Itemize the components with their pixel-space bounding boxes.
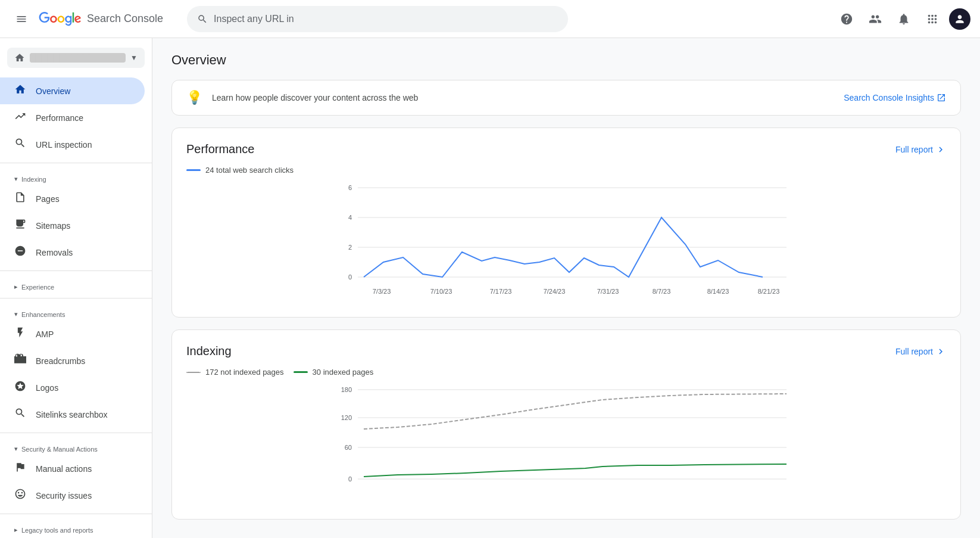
not-indexed-legend-label: 172 not indexed pages xyxy=(205,368,284,377)
sidebar-item-amp[interactable]: AMP xyxy=(0,321,145,347)
sidebar-item-removals-label: Removals xyxy=(36,248,73,257)
menu-button[interactable] xyxy=(10,7,33,31)
sidebar-item-url-inspection[interactable]: URL inspection xyxy=(0,131,145,158)
home-icon xyxy=(14,83,26,98)
divider-2 xyxy=(0,270,152,271)
property-name: ██████████ xyxy=(30,53,126,63)
indexing-title: Indexing xyxy=(186,344,232,358)
divider-3 xyxy=(0,298,152,298)
indexing-legend-not-indexed: 172 not indexed pages xyxy=(186,368,284,377)
performance-icon xyxy=(14,110,26,125)
avatar[interactable] xyxy=(949,8,970,30)
sidebar-item-url-inspection-label: URL inspection xyxy=(36,140,92,150)
performance-legend-label: 24 total web search clicks xyxy=(205,166,294,175)
removals-icon xyxy=(14,245,26,260)
sidebar-item-sitemaps[interactable]: Sitemaps xyxy=(0,212,145,239)
security-section-label[interactable]: ▾ Security & Manual Actions xyxy=(0,438,152,455)
sidebar-item-performance-label: Performance xyxy=(36,113,83,123)
logo: Search Console xyxy=(38,12,163,26)
indexing-section: Indexing Full report 172 not indexed pag… xyxy=(172,330,960,519)
svg-text:7/24/23: 7/24/23 xyxy=(544,288,566,295)
performance-header: Performance Full report xyxy=(186,142,946,156)
sidebar-item-manual-actions[interactable]: Manual actions xyxy=(0,455,145,482)
property-selector[interactable]: ██████████ ▼ xyxy=(7,48,145,68)
not-indexed-legend-line xyxy=(186,372,201,373)
divider-1 xyxy=(0,163,152,163)
indexing-chart-svg: 0 60 120 180 xyxy=(186,384,946,503)
main-content: Overview 💡 Learn how people discover you… xyxy=(152,38,980,538)
performance-section: Performance Full report 24 total web sea… xyxy=(172,128,960,317)
sidebar-item-breadcrumbs[interactable]: Breadcrumbs xyxy=(0,347,145,374)
sidebar-item-overview[interactable]: Overview xyxy=(0,77,145,104)
performance-title: Performance xyxy=(186,142,255,156)
indexing-full-report-link[interactable]: Full report xyxy=(895,346,946,357)
indexing-header: Indexing Full report xyxy=(186,344,946,358)
indexed-legend-label: 30 indexed pages xyxy=(313,368,374,377)
help-button[interactable] xyxy=(835,7,859,31)
property-dropdown-icon: ▼ xyxy=(130,54,138,62)
indexing-section-label[interactable]: ▾ Indexing xyxy=(0,168,152,185)
enhancements-arrow-icon: ▾ xyxy=(14,310,18,318)
sidebar: ██████████ ▼ Overview Performance URL in… xyxy=(0,38,152,538)
svg-text:7/10/23: 7/10/23 xyxy=(430,288,452,295)
insights-banner-card: 💡 Learn how people discover your content… xyxy=(171,80,961,116)
sidebar-item-amp-label: AMP xyxy=(36,329,54,339)
performance-chart: 0 2 4 6 7/3/23 7/10/23 7/17/23 7/24/23 7… xyxy=(186,182,946,303)
svg-text:8/7/23: 8/7/23 xyxy=(653,288,671,295)
search-bar[interactable]: Inspect any URL in xyxy=(187,6,568,32)
search-console-insights-link[interactable]: Search Console Insights xyxy=(844,93,946,102)
indexed-legend-line xyxy=(294,371,308,373)
layout: ██████████ ▼ Overview Performance URL in… xyxy=(0,38,980,538)
sidebar-item-security-issues-label: Security issues xyxy=(36,491,92,500)
svg-text:7/17/23: 7/17/23 xyxy=(490,288,512,295)
performance-card: Performance Full report 24 total web sea… xyxy=(171,127,961,318)
performance-full-report-link[interactable]: Full report xyxy=(895,144,946,155)
svg-text:8/14/23: 8/14/23 xyxy=(707,288,729,295)
sidebar-item-pages-label: Pages xyxy=(36,194,60,204)
sidebar-item-sitelinks-searchbox[interactable]: Sitelinks searchbox xyxy=(0,401,145,428)
performance-legend: 24 total web search clicks xyxy=(186,166,946,175)
svg-text:8/21/23: 8/21/23 xyxy=(758,288,780,295)
page-title: Overview xyxy=(171,52,961,68)
topbar: Search Console Inspect any URL in xyxy=(0,0,980,38)
search-console-users-button[interactable] xyxy=(863,7,887,31)
topbar-icons xyxy=(835,7,970,31)
logos-icon xyxy=(14,380,26,395)
notifications-button[interactable] xyxy=(892,7,916,31)
amp-icon xyxy=(14,326,26,341)
svg-text:0: 0 xyxy=(348,273,352,281)
breadcrumbs-icon xyxy=(14,353,26,368)
sidebar-item-removals[interactable]: Removals xyxy=(0,239,145,266)
svg-text:7/31/23: 7/31/23 xyxy=(597,288,619,295)
sidebar-item-logos-label: Logos xyxy=(36,383,58,393)
performance-legend-line xyxy=(186,169,201,171)
indexing-legend-indexed: 30 indexed pages xyxy=(294,368,374,377)
svg-text:4: 4 xyxy=(348,214,352,221)
svg-text:180: 180 xyxy=(341,386,352,393)
sidebar-item-performance[interactable]: Performance xyxy=(0,104,145,131)
insights-text: Learn how people discover your content a… xyxy=(212,93,834,102)
sidebar-item-manual-actions-label: Manual actions xyxy=(36,464,92,474)
pages-icon xyxy=(14,191,26,206)
sidebar-item-security-issues[interactable]: Security issues xyxy=(0,482,145,509)
experience-section-label[interactable]: ▸ Experience xyxy=(0,276,152,293)
sitelinks-searchbox-icon xyxy=(14,407,26,422)
insights-link-text: Search Console Insights xyxy=(844,93,934,102)
sidebar-item-pages[interactable]: Pages xyxy=(0,185,145,212)
indexing-arrow-icon: ▾ xyxy=(14,175,18,183)
search-placeholder: Inspect any URL in xyxy=(214,14,294,24)
svg-text:2: 2 xyxy=(348,244,352,251)
performance-legend-clicks: 24 total web search clicks xyxy=(186,166,294,175)
search-console-label: Search Console xyxy=(87,13,163,25)
legacy-arrow-icon: ▸ xyxy=(14,526,18,534)
sidebar-item-logos[interactable]: Logos xyxy=(0,374,145,401)
enhancements-section-label[interactable]: ▾ Enhancements xyxy=(0,303,152,321)
legacy-section-label[interactable]: ▸ Legacy tools and reports xyxy=(0,519,152,536)
sidebar-item-overview-label: Overview xyxy=(36,86,70,96)
divider-4 xyxy=(0,433,152,433)
google-apps-button[interactable] xyxy=(920,7,944,31)
sidebar-item-sitemaps-label: Sitemaps xyxy=(36,221,70,231)
performance-chart-svg: 0 2 4 6 7/3/23 7/10/23 7/17/23 7/24/23 7… xyxy=(186,182,946,301)
security-issues-icon xyxy=(14,488,26,503)
sitemaps-icon xyxy=(14,218,26,233)
